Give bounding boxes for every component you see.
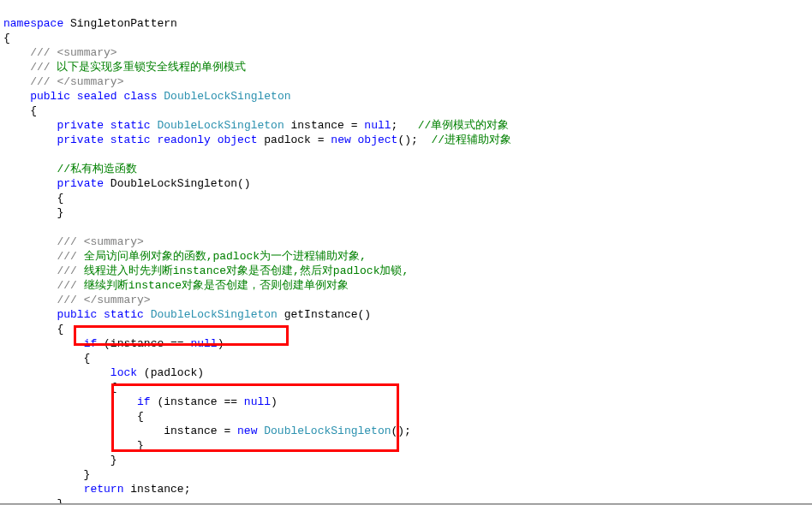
doc-comment: ///: [3, 264, 77, 277]
pad: [3, 395, 137, 408]
keyword: object: [218, 134, 258, 146]
keyword: null: [190, 337, 217, 350]
doc-comment: ///: [3, 46, 57, 59]
code-block: namespace SingletonPattern { /// <summar…: [0, 0, 812, 505]
pad: [3, 337, 84, 350]
keyword: static: [110, 134, 151, 146]
doc-tag: </summary>: [84, 294, 151, 306]
comment: //进程辅助对象: [431, 134, 511, 146]
keyword: public: [57, 308, 97, 321]
doc-comment: ///: [3, 75, 57, 88]
pad: [3, 163, 57, 175]
keyword: null: [364, 119, 391, 132]
text: (instance ==: [151, 395, 244, 408]
sp: [351, 134, 358, 146]
text: ): [271, 395, 278, 408]
doc-tag: <summary>: [84, 235, 144, 248]
keyword: return: [84, 483, 124, 496]
text: DoubleLockSingleton(): [104, 177, 251, 190]
keyword: public: [30, 90, 70, 103]
keyword: static: [110, 119, 151, 132]
text: ();: [391, 425, 411, 437]
sp: [211, 134, 218, 146]
class-name: DoubleLockSingleton: [264, 425, 391, 437]
text: ();: [397, 134, 431, 146]
sp: [104, 134, 110, 146]
keyword: new: [331, 134, 350, 146]
brace: {: [3, 381, 117, 394]
pad: [3, 177, 57, 190]
sp: [70, 90, 77, 103]
keyword: private: [57, 177, 104, 190]
brace: }: [3, 206, 63, 219]
pad: [3, 308, 57, 321]
brace: }: [3, 454, 117, 466]
text: getInstance(): [278, 308, 371, 321]
keyword: if: [137, 395, 151, 408]
doc-comment: ///: [3, 235, 84, 248]
keyword: namespace: [3, 17, 63, 30]
brace: {: [3, 352, 90, 365]
text: instance;: [123, 483, 190, 496]
pad: [3, 366, 110, 379]
pad: [3, 483, 84, 496]
comment: //私有构造函数: [57, 163, 137, 175]
keyword: lock: [110, 366, 137, 379]
text: SingletonPattern: [63, 17, 177, 30]
text: (padlock): [137, 366, 204, 379]
class-name: DoubleLockSingleton: [157, 119, 284, 132]
sp: [104, 119, 110, 132]
brace: {: [3, 104, 37, 117]
keyword: if: [84, 337, 98, 350]
text: padlock =: [258, 134, 331, 146]
brace: {: [3, 410, 144, 423]
keyword: class: [123, 90, 157, 103]
pad: [3, 119, 57, 132]
doc-comment: ///: [3, 250, 77, 263]
doc-comment: ///: [3, 61, 51, 74]
sp: [144, 308, 151, 321]
comment: 线程进入时先判断instance对象是否创建,然后对padlock加锁,: [77, 264, 409, 277]
keyword: sealed: [77, 90, 117, 103]
comment: //单例模式的对象: [418, 119, 510, 132]
class-name: DoubleLockSingleton: [164, 90, 290, 103]
sp: [97, 308, 104, 321]
pad: [3, 134, 57, 146]
text: ): [218, 337, 224, 350]
brace: }: [3, 468, 90, 481]
brace: {: [3, 32, 10, 45]
keyword: private: [57, 134, 104, 146]
text: instance =: [3, 425, 237, 437]
doc-tag: </summary>: [57, 75, 123, 88]
keyword: static: [104, 308, 144, 321]
keyword: private: [57, 119, 104, 132]
comment: 全局访问单例对象的函数,padlock为一个进程辅助对象,: [77, 250, 367, 263]
brace: }: [3, 439, 144, 452]
keyword: null: [244, 395, 271, 408]
class-name: DoubleLockSingleton: [151, 308, 278, 321]
text: (instance ==: [97, 337, 190, 350]
doc-comment: ///: [3, 294, 84, 306]
doc-tag: <summary>: [57, 46, 116, 59]
keyword: object: [358, 134, 398, 146]
keyword: new: [237, 425, 257, 437]
comment: 继续判断instance对象是否创建，否则创建单例对象: [77, 279, 349, 292]
brace: {: [3, 192, 63, 205]
keyword: readonly: [157, 134, 210, 146]
text: ;: [391, 119, 418, 132]
comment: 以下是实现多重锁安全线程的单例模式: [51, 61, 247, 74]
brace: {: [3, 323, 63, 336]
pad: [3, 90, 30, 103]
doc-comment: ///: [3, 279, 77, 292]
text: instance =: [284, 119, 365, 132]
